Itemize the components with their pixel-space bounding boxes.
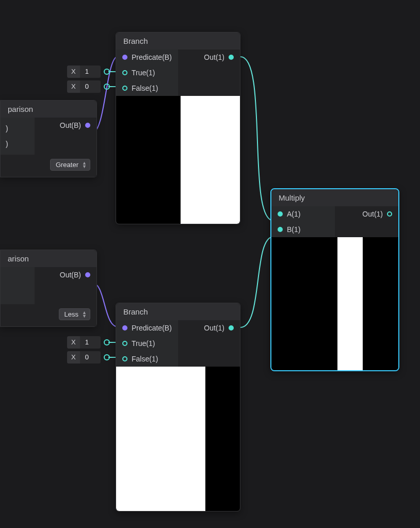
port-label: True(1) — [132, 339, 155, 348]
port-dot-icon[interactable] — [104, 339, 110, 345]
node-title[interactable]: Branch — [116, 303, 240, 320]
node-multiply[interactable]: Multiply A(1) B(1) Out(1) — [270, 188, 399, 371]
number-label: X — [67, 80, 80, 93]
node-preview — [116, 367, 240, 511]
port-predicate[interactable]: Predicate(B) — [116, 50, 178, 65]
port-true[interactable]: True(1) — [116, 336, 178, 351]
port-dot-icon[interactable] — [387, 211, 392, 217]
node-preview — [271, 237, 398, 370]
number-input-x1[interactable]: X 1 — [67, 65, 101, 78]
port-dot-icon[interactable] — [122, 325, 127, 331]
port-out[interactable]: Out(1) — [198, 50, 240, 65]
port-dot-icon[interactable] — [85, 123, 90, 128]
port-dot-icon[interactable] — [229, 325, 234, 331]
port-dot-icon[interactable] — [229, 55, 234, 60]
port-label: False(1) — [132, 84, 158, 92]
node-graph-canvas[interactable]: { "branch1": { "title": "Branch", "predi… — [0, 0, 420, 528]
port-false[interactable]: False(1) — [116, 80, 178, 96]
port-label: True(1) — [132, 69, 155, 77]
port-dot-icon[interactable] — [122, 341, 127, 346]
port-predicate[interactable]: Predicate(B) — [116, 320, 178, 336]
port-out[interactable]: Out(B) — [54, 267, 96, 283]
port-out[interactable]: Out(1) — [356, 206, 398, 222]
number-input-x1[interactable]: X 1 — [67, 336, 101, 349]
chevron-updown-icon: ▲▼ — [82, 161, 87, 169]
node-preview — [116, 96, 240, 224]
node-comparison-2[interactable]: arison Out(B) Less ▲▼ — [0, 250, 97, 327]
number-value[interactable]: 1 — [80, 65, 101, 78]
port-dot-icon[interactable] — [122, 86, 127, 91]
number-label: X — [67, 351, 80, 364]
port-label: False(1) — [132, 355, 158, 363]
node-title[interactable]: Branch — [116, 32, 240, 50]
number-input-x0[interactable]: X 0 — [67, 80, 101, 93]
comparison-mode-select[interactable]: Less ▲▼ — [59, 308, 90, 320]
port-in-a[interactable]: ) — [6, 121, 29, 136]
port-label: B(1) — [287, 225, 300, 234]
port-dot-icon[interactable] — [122, 55, 127, 60]
node-comparison-1[interactable]: parison ) ) Out(B) Greater ▲▼ — [0, 100, 97, 177]
port-out[interactable]: Out(B) — [54, 118, 96, 133]
port-label: Predicate(B) — [132, 53, 172, 61]
port-dot-icon[interactable] — [278, 227, 283, 232]
node-title[interactable]: Multiply — [271, 189, 398, 206]
port-dot-icon[interactable] — [85, 272, 90, 277]
node-title[interactable]: arison — [1, 250, 96, 267]
port-b[interactable]: B(1) — [271, 222, 335, 237]
port-true[interactable]: True(1) — [116, 65, 178, 80]
port-dot-icon[interactable] — [122, 356, 127, 361]
number-label: X — [67, 65, 80, 78]
port-dot-icon[interactable] — [122, 70, 127, 75]
number-label: X — [67, 336, 80, 349]
port-out[interactable]: Out(1) — [198, 320, 240, 336]
port-dot-icon[interactable] — [104, 84, 110, 90]
node-branch-1[interactable]: Branch Predicate(B) True(1) False(1) Out… — [116, 32, 240, 224]
comparison-mode-select[interactable]: Greater ▲▼ — [50, 159, 90, 171]
port-a[interactable]: A(1) — [271, 206, 335, 222]
port-dot-icon[interactable] — [104, 69, 110, 75]
port-dot-icon[interactable] — [104, 354, 110, 360]
port-dot-icon[interactable] — [278, 211, 283, 217]
port-label: Out(1) — [362, 210, 383, 218]
port-label: Out(1) — [204, 53, 224, 61]
number-input-x0[interactable]: X 0 — [67, 351, 101, 364]
port-in-b[interactable]: ) — [6, 136, 29, 152]
port-label: Predicate(B) — [132, 324, 172, 332]
port-false[interactable]: False(1) — [116, 351, 178, 367]
number-value[interactable]: 0 — [80, 351, 101, 364]
node-title[interactable]: parison — [1, 101, 96, 118]
port-label: Out(1) — [204, 324, 224, 332]
chevron-updown-icon: ▲▼ — [82, 311, 87, 318]
node-branch-2[interactable]: Branch Predicate(B) True(1) False(1) Out… — [116, 303, 240, 512]
port-label: Out(B) — [60, 271, 81, 279]
select-value: Less — [64, 310, 78, 318]
select-value: Greater — [56, 161, 78, 169]
number-value[interactable]: 0 — [80, 80, 101, 93]
port-label: A(1) — [287, 210, 300, 218]
port-label: Out(B) — [60, 121, 81, 129]
number-value[interactable]: 1 — [80, 336, 101, 349]
